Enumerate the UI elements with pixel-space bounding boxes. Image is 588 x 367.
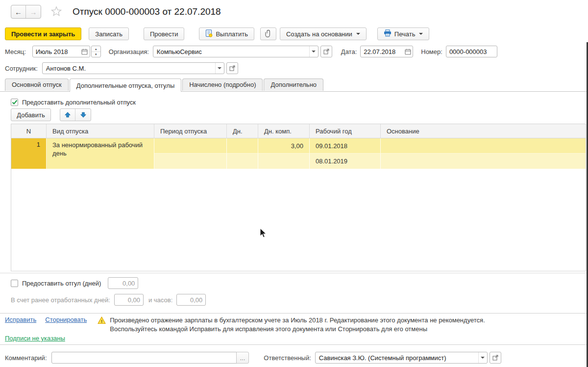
organization-value: КомпьюСервис bbox=[153, 48, 309, 55]
comment-input[interactable] bbox=[51, 352, 237, 364]
add-row-button[interactable]: Добавить bbox=[11, 108, 51, 121]
number-input[interactable] bbox=[446, 46, 497, 57]
arrow-up-icon bbox=[64, 111, 71, 118]
cell-row-number[interactable]: 1 bbox=[11, 138, 47, 169]
warning-icon: ! bbox=[98, 316, 106, 326]
month-input[interactable] bbox=[33, 47, 80, 56]
responsible-value: Савинская З.Ю. (Системный программист) bbox=[316, 354, 478, 362]
tab-additional-vacations[interactable]: Дополнительные отпуска, отгулы bbox=[70, 79, 182, 92]
cell-days[interactable] bbox=[227, 138, 258, 154]
pay-button[interactable]: Выплатить bbox=[199, 27, 254, 40]
table-header: N Вид отпуска Период отпуска Дн. Дн. ком… bbox=[11, 124, 586, 138]
back-button[interactable]: ← bbox=[11, 5, 26, 18]
cell-work-year-end[interactable]: 08.01.2019 bbox=[310, 154, 381, 169]
dropdown-arrow-icon[interactable] bbox=[215, 63, 224, 74]
grant-time-off-row: Предоставить отгул (дней) bbox=[11, 277, 138, 289]
open-icon bbox=[492, 355, 498, 361]
page-title: Отпуск 0000-000003 от 22.07.2018 bbox=[73, 6, 221, 17]
employee-open-button[interactable] bbox=[226, 62, 238, 74]
reverse-link[interactable]: Сторнировать bbox=[45, 316, 87, 323]
employee-combo[interactable]: Антонов С.М. bbox=[42, 62, 224, 74]
notice-text: Произведено отражение зарплаты в бухгалт… bbox=[110, 316, 485, 334]
notice-line1: Произведено отражение зарплаты в бухгалт… bbox=[110, 316, 485, 324]
month-stepper: ▴ ▾ bbox=[91, 46, 101, 57]
cell-work-year-start[interactable]: 09.01.2018 bbox=[310, 138, 381, 154]
month-field[interactable] bbox=[32, 46, 90, 57]
pay-button-label: Выплатить bbox=[216, 30, 248, 38]
tab-additional[interactable]: Дополнительно bbox=[264, 79, 323, 91]
cell-days-comp[interactable]: 3,00 bbox=[258, 138, 310, 154]
time-off-days-input[interactable] bbox=[108, 277, 138, 289]
svg-text:!: ! bbox=[101, 318, 102, 324]
organization-open-button[interactable] bbox=[320, 46, 332, 57]
cell-period-end[interactable] bbox=[154, 154, 227, 169]
open-icon bbox=[229, 65, 235, 71]
calendar-icon[interactable] bbox=[80, 46, 90, 57]
signatures-link[interactable]: Подписи не указаны bbox=[5, 335, 65, 342]
pay-document-icon bbox=[205, 29, 213, 39]
open-icon bbox=[323, 49, 329, 54]
post-button[interactable]: Провести bbox=[144, 27, 185, 40]
cell-days-2[interactable] bbox=[227, 154, 258, 169]
spin-down-icon[interactable]: ▾ bbox=[92, 52, 100, 57]
notice-area: Исправить Сторнировать ! Произведено отр… bbox=[5, 316, 485, 334]
hours-input[interactable] bbox=[176, 294, 206, 306]
grant-additional-vacation-row: Предоставить дополнительный отпуск bbox=[11, 98, 136, 106]
responsible-combo[interactable]: Савинская З.Ю. (Системный программист) bbox=[315, 352, 488, 364]
spin-up-icon[interactable]: ▴ bbox=[92, 46, 100, 52]
grant-time-off-label: Предоставить отгул (дней) bbox=[22, 280, 101, 287]
signatures-row: Подписи не указаны bbox=[5, 335, 65, 342]
title-bar: ← → Отпуск 0000-000003 от 22.07.2018 bbox=[11, 5, 221, 19]
cell-vacation-type[interactable]: За ненормированный рабочий день bbox=[47, 138, 154, 169]
print-button-label: Печать bbox=[394, 30, 416, 38]
create-based-on-label: Создать на основании bbox=[286, 30, 352, 38]
responsible-open-button[interactable] bbox=[490, 352, 501, 364]
date-input[interactable] bbox=[361, 47, 403, 56]
forward-button[interactable]: → bbox=[26, 5, 41, 18]
header-fields-row1: Месяц: ▴ ▾ Организация: КомпьюСервис Дат… bbox=[5, 45, 581, 58]
post-and-close-button[interactable]: Провести и закрыть bbox=[5, 27, 81, 40]
dropdown-arrow-icon[interactable] bbox=[309, 46, 318, 57]
forward-icon: → bbox=[30, 8, 37, 16]
attachments-button[interactable] bbox=[260, 27, 276, 40]
print-button[interactable]: Печать bbox=[377, 27, 430, 40]
write-button[interactable]: Записать bbox=[89, 27, 129, 40]
fix-link[interactable]: Исправить bbox=[5, 316, 36, 323]
separator bbox=[0, 344, 588, 345]
tab-main-vacation[interactable]: Основной отпуск bbox=[5, 79, 69, 91]
mouse-cursor bbox=[258, 228, 268, 240]
notice-line2: Воспользуйтесь командой Исправить для ис… bbox=[110, 325, 427, 333]
move-up-button[interactable] bbox=[60, 109, 75, 121]
grant-time-off-checkbox[interactable] bbox=[11, 280, 18, 287]
column-header-type: Вид отпуска bbox=[47, 124, 154, 138]
vacations-table: N Вид отпуска Период отпуска Дн. Дн. ком… bbox=[11, 124, 586, 271]
comment-label: Комментарий: bbox=[5, 354, 47, 362]
column-header-work-year: Рабочий год bbox=[310, 124, 381, 138]
dropdown-arrow-icon[interactable] bbox=[478, 352, 487, 363]
header-fields-row2: Сотрудник: Антонов С.М. bbox=[5, 62, 238, 75]
column-header-period: Период отпуска bbox=[154, 124, 227, 138]
earned-days-input[interactable] bbox=[114, 294, 144, 306]
grant-additional-vacation-checkbox[interactable] bbox=[11, 99, 18, 106]
cell-period-start[interactable] bbox=[154, 138, 227, 154]
date-label: Дата: bbox=[341, 48, 357, 55]
comment-more-button[interactable]: ... bbox=[236, 352, 249, 364]
chevron-down-icon bbox=[419, 33, 423, 35]
favorite-star-icon[interactable] bbox=[51, 6, 62, 18]
cell-basis[interactable] bbox=[381, 138, 586, 154]
separator bbox=[0, 273, 588, 273]
document-window: ← → Отпуск 0000-000003 от 22.07.2018 Про… bbox=[0, 0, 588, 367]
create-based-on-button[interactable]: Создать на основании bbox=[280, 27, 367, 40]
table-row: 1 За ненормированный рабочий день 3,00 0… bbox=[11, 138, 586, 169]
organization-combo[interactable]: КомпьюСервис bbox=[153, 46, 318, 57]
arrow-down-icon bbox=[80, 111, 87, 118]
cell-days-comp-2[interactable] bbox=[258, 154, 310, 169]
responsible-label: Ответственный: bbox=[264, 354, 311, 362]
tab-accrued-details[interactable]: Начислено (подробно) bbox=[182, 79, 263, 91]
calendar-icon[interactable] bbox=[403, 46, 413, 57]
move-down-button[interactable] bbox=[75, 109, 91, 121]
date-field[interactable] bbox=[360, 46, 413, 57]
cell-basis-2[interactable] bbox=[381, 154, 586, 169]
toolbar: Провести и закрыть Записать Провести Вып… bbox=[5, 27, 429, 40]
history-nav: ← → bbox=[11, 5, 41, 19]
